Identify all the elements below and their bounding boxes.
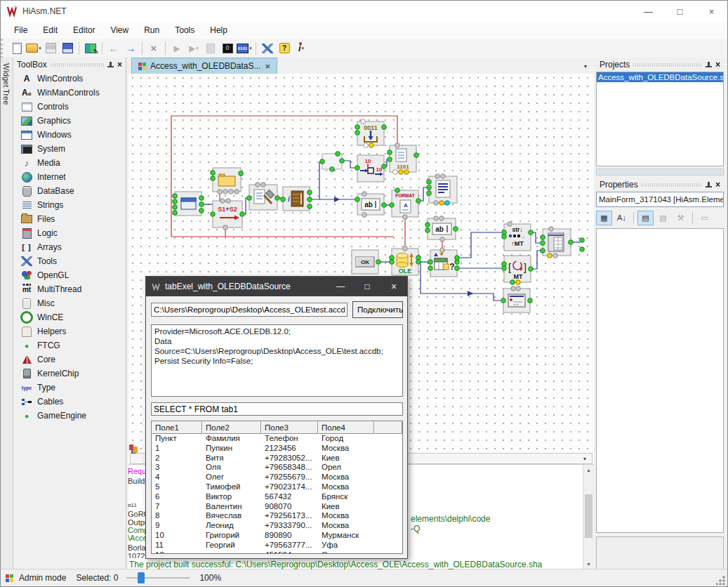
node-str-multithread[interactable]: str↓ .. ↑MT — [502, 222, 534, 251]
sort-az-icon[interactable]: A↓ — [614, 211, 630, 225]
toolbox-item-core[interactable]: Core — [13, 352, 126, 367]
toolbox-item-files[interactable]: Files — [13, 212, 126, 226]
table-row[interactable]: 8Вячеслав+79256173...Москва — [152, 511, 402, 521]
properties-list[interactable] — [596, 228, 724, 533]
node-edit-1[interactable]: ab — [355, 192, 387, 218]
forward-arrow-icon[interactable]: → — [122, 41, 139, 56]
dialog-minimize-button[interactable]: — — [327, 277, 354, 296]
toolbox-item-helpers[interactable]: Helpers — [13, 324, 126, 338]
table-row[interactable]: 3Оля+79658348...Орел — [152, 463, 402, 473]
pin-icon[interactable] — [706, 181, 712, 189]
close-icon[interactable]: × — [715, 180, 720, 190]
minimize-button[interactable]: — — [633, 1, 664, 22]
toolbox-item-wincontrols[interactable]: AWinControls — [13, 72, 126, 86]
toolbox-item-multithread[interactable]: mtMultiThread — [13, 282, 126, 296]
node-open-dialog[interactable] — [211, 168, 244, 194]
pin-icon[interactable] — [706, 61, 712, 69]
chevron-down-icon[interactable]: ▾ — [583, 456, 586, 462]
table-row[interactable]: 12nesco451594Сочи — [152, 550, 402, 554]
close-icon[interactable]: × — [117, 60, 122, 70]
node-loop-multithread[interactable]: [] MT — [502, 256, 534, 284]
node-counter[interactable]: 0011 — [355, 119, 387, 148]
form-preview-icon[interactable]: 0 — [219, 41, 236, 56]
toolbox-item-ftcg[interactable]: ●FTCG — [13, 338, 126, 352]
scroll-down-icon[interactable]: ▾ — [583, 559, 594, 569]
toolbox-item-database[interactable]: DataBase — [13, 184, 126, 198]
toolbox-item-internet[interactable]: Internet — [13, 170, 126, 184]
toolbox-item-arrays[interactable]: [ ]Arrays — [13, 240, 126, 254]
edit-form-icon[interactable] — [82, 41, 99, 56]
save-all-icon[interactable] — [59, 41, 76, 56]
toolbox-item-misc[interactable]: Misc — [13, 296, 126, 310]
table-row[interactable]: 1Пупкин2123456Москва — [152, 444, 402, 454]
open-folder-icon[interactable]: ▾ — [25, 41, 42, 56]
node-ini-file[interactable]: i — [281, 187, 312, 211]
connection-string-box[interactable]: Provider=Microsoft.ACE.OLEDB.12.0;Data S… — [151, 324, 403, 397]
node-doc-build[interactable] — [247, 183, 280, 210]
column-header[interactable]: Поле4 — [318, 421, 374, 434]
code-view-icon[interactable]: 0101▾ — [236, 41, 253, 56]
panel-splitter[interactable] — [596, 169, 724, 176]
table-row[interactable]: ПунктФамилияТелефонГород — [152, 434, 402, 444]
sql-query-input[interactable] — [151, 402, 403, 416]
table-row[interactable]: 7Валентин908070Киев — [152, 502, 402, 512]
toolbox-item-type[interactable]: typeType — [13, 381, 126, 395]
column-header[interactable]: Поле1 — [152, 421, 202, 434]
menu-item-run[interactable]: Run — [136, 23, 167, 37]
node-edit-2[interactable]: ab — [425, 216, 458, 242]
table-row[interactable]: 2Витя+79283052...Киев — [152, 454, 402, 463]
toolbox-item-windows[interactable]: Windows — [13, 128, 126, 142]
node-doc-1101[interactable]: 1101 — [388, 143, 419, 175]
node-table-query[interactable]: ? — [428, 248, 460, 277]
toolbox-item-system[interactable]: System — [13, 142, 126, 156]
pin-icon[interactable] — [107, 61, 114, 69]
column-header[interactable] — [374, 421, 402, 434]
table-row[interactable]: 11Георгий+79563777...Уфа — [152, 541, 402, 550]
help-icon[interactable]: ? — [276, 41, 293, 56]
table-row[interactable]: 10Григорий890890Мурманск — [152, 531, 402, 541]
object-selector[interactable]: MainForm_3171043 [HiAsm.Elemer ▾ — [596, 192, 724, 207]
new-document-icon[interactable] — [8, 41, 25, 56]
chevron-down-icon[interactable]: ▾ — [302, 46, 305, 51]
menu-item-view[interactable]: View — [102, 23, 136, 37]
toolbox-item-cables[interactable]: Cables — [13, 395, 126, 409]
table-row[interactable]: 4Олег+79255679...Москва — [152, 473, 402, 482]
chevron-down-icon[interactable]: ▾ — [196, 46, 199, 51]
slider-thumb[interactable] — [138, 572, 145, 583]
node-message-form[interactable] — [501, 286, 533, 312]
node-memo[interactable] — [427, 174, 457, 206]
project-item[interactable]: Access_with_OLEDBDataSource.sha — [597, 72, 723, 82]
toolbox-item-graphics[interactable]: Graphics — [13, 114, 126, 128]
properties-icon[interactable]: ▤ — [637, 211, 654, 225]
menu-item-tools[interactable]: Tools — [167, 23, 202, 37]
connect-button[interactable]: Подключить — [352, 301, 403, 318]
toolbox-item-media[interactable]: ♪Media — [13, 156, 126, 170]
toolbox-item-winmancontrols[interactable]: A₀WinManControls — [13, 86, 126, 100]
column-header[interactable]: Поле3 — [261, 421, 318, 434]
menu-item-file[interactable]: File — [6, 23, 35, 37]
chevron-down-icon[interactable]: ▾ — [39, 46, 41, 51]
toolbox-item-logic[interactable]: Logic — [13, 226, 126, 240]
node-case[interactable]: 10 10 — [355, 155, 387, 182]
dialog-maximize-button[interactable]: □ — [354, 277, 380, 296]
info-icon[interactable]: i▾ — [293, 41, 310, 56]
tab-list-dropdown-icon[interactable]: ▾ — [580, 61, 591, 71]
node-format[interactable]: FORMAT A — [390, 188, 421, 220]
slider-track[interactable] — [126, 577, 190, 579]
node-string-concat[interactable]: S1+S2 — [211, 199, 245, 230]
node-oledb-source[interactable]: OLE — [390, 246, 421, 275]
tab-close-icon[interactable]: × — [265, 61, 270, 72]
result-table[interactable]: Поле1Поле2Поле3Поле4ПунктФамилияТелефонГ… — [151, 421, 403, 554]
table-row[interactable]: 5Тимофей+79023174...Москва — [152, 482, 402, 492]
node-ok-button[interactable]: OK — [352, 250, 380, 274]
menu-item-edit[interactable]: Edit — [35, 23, 65, 37]
toolbox-item-kernelchip[interactable]: KernelChip — [13, 367, 126, 381]
categorized-icon[interactable]: ▦ — [596, 211, 612, 225]
table-row[interactable]: 6Виктор567432Брянск — [152, 492, 402, 502]
tab-access-with-oledb[interactable]: Access_with_OLEDBDataS... × — [131, 58, 277, 74]
widget-tree-tab[interactable]: Widget Tree — [1, 58, 13, 569]
resize-grip-icon[interactable] — [716, 575, 726, 585]
toolbox-item-tools[interactable]: Tools — [13, 254, 126, 268]
db-path-input[interactable] — [151, 303, 348, 317]
tools-icon[interactable] — [259, 41, 276, 56]
